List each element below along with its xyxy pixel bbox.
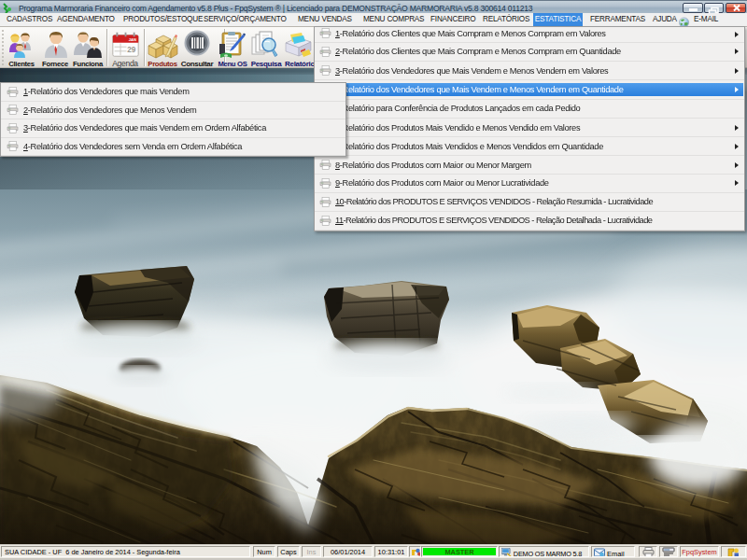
svg-text:29: 29	[127, 46, 136, 54]
svg-text:JAN: JAN	[129, 37, 136, 42]
